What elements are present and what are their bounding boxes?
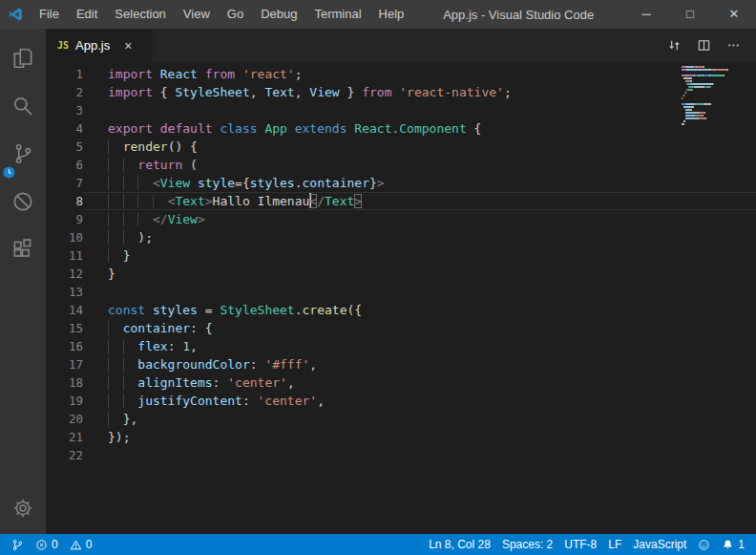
search-icon — [10, 94, 35, 122]
status-warnings-text: 0 — [86, 538, 93, 551]
line-number: 8 — [46, 192, 83, 210]
line-number: 4 — [46, 119, 83, 138]
line-number: 10 — [46, 228, 83, 246]
status-language-mode-text: JavaScript — [633, 538, 686, 551]
warning-icon — [70, 539, 82, 551]
status-bar-right: Ln 8, Col 28Spaces: 2UTF-8LFJavaScript1 — [423, 534, 750, 555]
code-line-10[interactable]: 10 ); — [46, 228, 756, 246]
open-changes-icon[interactable] — [667, 38, 682, 53]
line-number: 14 — [46, 301, 83, 319]
menu-help[interactable]: Help — [370, 0, 413, 29]
line-number: 12 — [46, 265, 83, 283]
status-cursor-position[interactable]: Ln 8, Col 28 — [423, 534, 496, 555]
line-number: 1 — [46, 65, 83, 83]
bell-icon — [722, 539, 734, 551]
code-line-15[interactable]: 15 container: { — [46, 319, 756, 337]
code-line-5[interactable]: 5 render() { — [46, 138, 756, 156]
activity-bar-item-debug[interactable] — [0, 180, 46, 227]
more-actions-icon[interactable] — [726, 38, 741, 53]
line-number: 21 — [46, 428, 83, 446]
manage-icon — [11, 497, 34, 523]
status-errors[interactable]: 0 — [30, 534, 64, 555]
line-number: 19 — [46, 392, 83, 410]
code-line-3[interactable]: 3 — [46, 101, 756, 119]
explorer-icon — [10, 46, 35, 75]
minimap[interactable] — [682, 66, 743, 129]
vscode-window: FileEditSelectionViewGoDebugTerminalHelp… — [0, 0, 756, 555]
menu-edit[interactable]: Edit — [68, 0, 106, 29]
code-line-9[interactable]: 9 </View> — [46, 210, 756, 228]
activity-bar-item-extensions[interactable] — [0, 227, 46, 275]
code-line-12[interactable]: 12} — [46, 265, 756, 283]
minimize-button[interactable]: ─ — [624, 0, 668, 29]
code-line-7[interactable]: 7 <View style={styles.container}> — [46, 174, 756, 192]
tab-close-icon[interactable]: × — [124, 39, 132, 53]
status-language-mode[interactable]: JavaScript — [627, 534, 692, 555]
menu-debug[interactable]: Debug — [252, 0, 305, 29]
close-button[interactable]: ✕ — [712, 0, 756, 29]
code-line-6[interactable]: 6 return ( — [46, 156, 756, 174]
branch-icon — [11, 539, 24, 551]
activity-bar-item-manage[interactable] — [0, 488, 46, 532]
status-warnings[interactable]: 0 — [64, 534, 98, 555]
code-line-8[interactable]: 8 <Text>Hallo Ilmenau</Text> — [46, 192, 756, 210]
smiley-icon — [698, 539, 710, 551]
line-number: 5 — [46, 138, 83, 156]
status-errors-text: 0 — [52, 538, 58, 551]
maximize-button[interactable]: □ — [668, 0, 712, 29]
split-editor-icon[interactable] — [697, 38, 711, 53]
menu-bar: FileEditSelectionViewGoDebugTerminalHelp — [31, 0, 412, 29]
status-indentation-text: Spaces: 2 — [502, 538, 553, 551]
activity-bar — [0, 29, 46, 534]
main-body: JS App.js × 1import React from 'react';2… — [0, 29, 756, 534]
activity-bar-bottom — [0, 488, 46, 532]
status-eol[interactable]: LF — [602, 534, 627, 555]
activity-bar-item-search[interactable] — [0, 84, 46, 132]
menu-view[interactable]: View — [175, 0, 219, 29]
code-line-4[interactable]: 4export default class App extends React.… — [46, 119, 756, 138]
code-line-1[interactable]: 1import React from 'react'; — [46, 65, 756, 83]
status-branch[interactable] — [6, 534, 30, 555]
code-line-20[interactable]: 20 }, — [46, 410, 756, 428]
editor[interactable]: 1import React from 'react';2import { Sty… — [46, 62, 756, 534]
activity-bar-item-explorer[interactable] — [0, 36, 46, 84]
code-line-21[interactable]: 21}); — [46, 428, 756, 446]
status-encoding[interactable]: UTF-8 — [558, 534, 602, 555]
code-line-2[interactable]: 2import { StyleSheet, Text, View } from … — [46, 83, 756, 101]
line-number: 2 — [46, 83, 83, 101]
status-notifications[interactable]: 1 — [716, 534, 750, 555]
code-line-18[interactable]: 18 alignItems: 'center', — [46, 374, 756, 392]
status-bar: 00 Ln 8, Col 28Spaces: 2UTF-8LFJavaScrip… — [0, 534, 756, 555]
error-icon — [35, 539, 48, 551]
title-bar: FileEditSelectionViewGoDebugTerminalHelp… — [0, 0, 756, 29]
line-number: 6 — [46, 156, 83, 174]
tab-appjs[interactable]: JS App.js × — [46, 29, 153, 62]
menu-go[interactable]: Go — [219, 0, 252, 29]
status-feedback[interactable] — [692, 534, 716, 555]
menu-terminal[interactable]: Terminal — [305, 0, 369, 29]
activity-bar-item-source-control[interactable] — [0, 132, 46, 180]
code-line-17[interactable]: 17 backgroundColor: '#fff', — [46, 355, 756, 374]
status-indentation[interactable]: Spaces: 2 — [496, 534, 558, 555]
code-line-16[interactable]: 16 flex: 1, — [46, 337, 756, 355]
extensions-icon — [10, 237, 35, 266]
code-line-11[interactable]: 11 } — [46, 246, 756, 265]
code-line-14[interactable]: 14const styles = StyleSheet.create({ — [46, 301, 756, 319]
status-bar-left: 00 — [6, 534, 97, 555]
line-number: 13 — [46, 283, 83, 301]
tab-bar: JS App.js × — [46, 29, 756, 62]
line-number: 15 — [46, 319, 83, 337]
code-line-22[interactable]: 22 — [46, 446, 756, 464]
menu-file[interactable]: File — [31, 0, 68, 29]
line-number: 18 — [46, 374, 83, 392]
code-line-19[interactable]: 19 justifyContent: 'center', — [46, 392, 756, 410]
line-number: 22 — [46, 446, 83, 464]
debug-icon — [10, 189, 35, 218]
code-line-13[interactable]: 13 — [46, 283, 756, 301]
window-title: App.js - Visual Studio Code — [412, 8, 624, 22]
line-number: 9 — [46, 210, 83, 228]
editor-scrollbar[interactable] — [743, 62, 756, 534]
editor-actions — [667, 29, 756, 62]
menu-selection[interactable]: Selection — [106, 0, 174, 29]
activity-bar-top — [0, 36, 46, 275]
